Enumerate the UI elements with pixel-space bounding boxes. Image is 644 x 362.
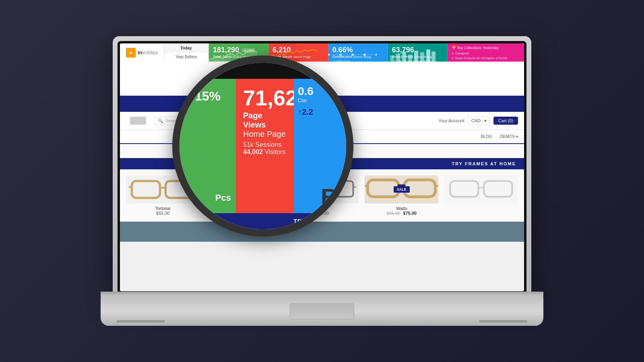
nav-blog[interactable]: BLOG [481, 134, 492, 139]
product-name-watts: Watts [396, 206, 407, 211]
watts-new-price: $75.00 [403, 211, 417, 216]
svg-rect-9 [408, 55, 412, 62]
screen-bezel: ■ ininSites Today Year Before [118, 41, 526, 294]
svg-point-1 [328, 53, 330, 56]
magnifier-blue-arrow: ↑2.2 [298, 107, 342, 117]
logo-text: ininSites [138, 49, 158, 56]
product-name-tortoise: Tortoise [155, 206, 171, 211]
svg-point-3 [351, 53, 354, 56]
logo-icon: ■ [126, 48, 136, 58]
laptop-hinge [101, 292, 543, 296]
magnifier-green-pct: 15% [184, 89, 231, 104]
search-icon: 🔍 [158, 118, 163, 123]
product-watts: SALE Watts $85.00 $75.00 [365, 175, 438, 216]
magnifier-red-sub: 51k Sessions 44,002 Visitors [243, 141, 287, 156]
watts-old-price: $85.00 [387, 211, 400, 216]
stat-gross-profit: 63,796 Gross Profit Entire Shop ↑41.9% G… [388, 43, 448, 62]
laptop-base [101, 292, 543, 326]
laptop-body: ■ ininSites Today Year Before [113, 36, 531, 294]
magnifier-red-card: 71,626 Page Views Home Page 51k Sessions… [236, 79, 294, 229]
laptop-foot-left [117, 320, 165, 323]
laptop: ■ ininSites Today Year Before [101, 36, 543, 326]
svg-rect-36 [484, 181, 512, 197]
svg-line-33 [365, 185, 368, 187]
magnifier-blue-label: Con [298, 98, 342, 103]
collection-item-1: 1. Canapele [452, 51, 520, 56]
svg-rect-6 [390, 56, 394, 62]
svg-rect-12 [426, 49, 430, 62]
cad-label: CAD - [471, 118, 483, 123]
collection-item-4: 4. Mobilier Dormitor [452, 66, 520, 70]
stat-conversion: 0.66% Conversion Entire Shop ↑1.68% C/O [328, 43, 388, 62]
svg-rect-14 [132, 181, 160, 198]
collection-item-3: 3. Canapele Stofă [452, 61, 520, 66]
collection-item-2: 2. Noua Colectie de Canapele și Fotolii [452, 56, 520, 61]
year-before-tab[interactable]: Year Before [164, 53, 208, 62]
magnifier-red-value: 71,626 [243, 87, 287, 109]
screen-content: ■ ininSites Today Year Before [120, 43, 524, 291]
svg-rect-10 [414, 51, 418, 62]
magnifier-blue-card: 0.6 Con ↑2.2 [294, 79, 346, 229]
product-far-right [444, 175, 518, 216]
laptop-trackpad[interactable] [290, 303, 354, 319]
product-price-watts: $85.00 $75.00 [387, 211, 417, 216]
svg-point-2 [339, 53, 342, 56]
try-frames-text: TRY FRAMES AT HOME [452, 161, 516, 166]
magnifier-blue-value: 0.6 [298, 85, 342, 98]
magnifier-green-card: 15% Pcs [180, 79, 236, 229]
svg-rect-7 [396, 53, 400, 62]
svg-point-5 [376, 53, 377, 56]
magnifier-top-bar [180, 63, 346, 79]
collection-item-5: 5. Noua Colectie de Mobilier Dormitor [452, 70, 520, 75]
svg-point-4 [363, 53, 366, 56]
your-account-link[interactable]: Your Account [438, 118, 464, 123]
today-tab[interactable]: Today [164, 43, 208, 53]
magnifier-red-label: Page Views Home Page [243, 111, 287, 139]
collections-title: 🏆 Top Collections Yesterday [452, 46, 520, 50]
svg-line-34 [436, 185, 438, 187]
sale-badge-watts: SALE [394, 186, 410, 193]
svg-line-17 [129, 187, 132, 188]
laptop-foot-right [479, 320, 527, 323]
magnifier-b-letter: B [321, 183, 338, 211]
svg-rect-8 [402, 51, 406, 62]
svg-rect-13 [431, 51, 436, 62]
product-image-watts: SALE [365, 175, 438, 204]
cad-chevron: ▾ [484, 118, 487, 123]
nav-demos[interactable]: DEMOS ▾ [500, 134, 518, 139]
collections-card: 🏆 Top Collections Yesterday 1. Canapele … [448, 43, 524, 62]
date-tabs: Today Year Before [164, 43, 208, 62]
dashboard-header: ■ ininSites Today Year Before [120, 43, 524, 62]
cart-button[interactable]: Cart (0) [493, 117, 518, 125]
cad-dropdown[interactable]: CAD - ▾ [469, 117, 489, 125]
laptop-bottom [101, 296, 543, 326]
insites-logo: ■ ininSites [120, 43, 164, 62]
product-image-far-right [444, 175, 518, 204]
svg-rect-11 [420, 52, 424, 62]
magnifier-bottom-bar: TRY FRAMES A [180, 213, 346, 229]
svg-rect-35 [450, 181, 479, 197]
magnifier-try-frames: TRY FRAMES A [293, 218, 340, 224]
product-price-tortoise: $55.00 [156, 211, 170, 216]
magnifier: 15% Pcs 71,626 Page Views Home Pag [172, 56, 353, 237]
